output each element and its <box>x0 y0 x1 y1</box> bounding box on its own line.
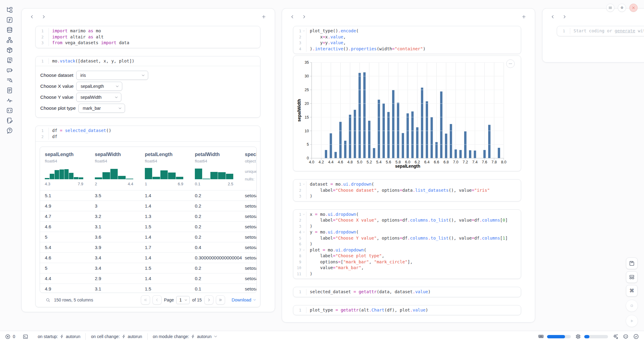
range-min: 1 <box>145 182 147 187</box>
table-column-species[interactable]: speciesobjectuniquenulls: <box>245 151 257 187</box>
generate-with-ai-link[interactable]: generate <box>615 28 635 33</box>
connection-status-button[interactable] <box>633 333 639 340</box>
move-column-left-button[interactable] <box>289 13 296 20</box>
table-column-sepalLength[interactable]: sepalLengthfloat644.37.9 <box>45 151 95 187</box>
sidebar-item-snippets[interactable] <box>5 106 14 114</box>
chevrons-left-icon <box>143 298 148 302</box>
code-text: mo.vstack([dataset, x, y, plot]) <box>48 58 134 64</box>
table-row[interactable]: 4.931.40.2setosa <box>40 201 257 211</box>
autorun-setting-0[interactable]: on startup:autorun <box>33 334 86 339</box>
sidebar-item-logs[interactable] <box>5 56 14 64</box>
choose-dataset-select[interactable]: iris <box>76 71 148 80</box>
download-button[interactable]: Download <box>232 297 257 302</box>
terminal-button[interactable] <box>23 334 28 340</box>
dataframe-cell[interactable]: 1df = selected_dataset()2dfsepalLengthfl… <box>35 126 260 307</box>
dataset-dropdown-cell[interactable]: 1dataset = mo.ui.dropdown(2 label="Choos… <box>293 179 521 201</box>
table-row[interactable]: 53.41.50.2setosa <box>40 263 257 273</box>
table-column-petalWidth[interactable]: petalWidthfloat640.12.5 <box>195 151 245 187</box>
code-editor[interactable]: 1x = mo.ui.dropdown(2 label="Choose X va… <box>293 210 521 279</box>
plot-type-cell[interactable]: 1plot_type = getattr(alt.Chart(df), plot… <box>293 305 521 315</box>
chart-menu-button[interactable] <box>506 59 515 68</box>
sidebar-item-documentation[interactable] <box>5 86 14 94</box>
page-select[interactable]: 1 <box>176 296 190 304</box>
sidebar-item-data-sources[interactable] <box>5 26 14 34</box>
keyboard-shortcuts-button[interactable]: ⌘ <box>626 285 638 297</box>
sidebar-item-variables[interactable] <box>5 16 14 24</box>
prev-page-button[interactable] <box>152 295 162 305</box>
sidebar-item-tracing[interactable] <box>5 96 14 104</box>
fold-line-button[interactable] <box>301 181 306 187</box>
code-editor[interactable]: 1dataset = mo.ui.dropdown(2 label="Choos… <box>293 180 521 201</box>
table-row[interactable]: 4.63.11.50.2setosa <box>40 221 257 232</box>
ai-assist-button[interactable] <box>612 333 618 340</box>
code-editor[interactable]: 1import marimo as mo2import altair as al… <box>36 26 260 48</box>
app-layout-button[interactable] <box>626 271 638 283</box>
sepal-bar-chart[interactable]: 4.04.24.44.64.85.05.25.45.65.86.06.26.46… <box>293 56 521 171</box>
row-count-summary: 150 rows, 5 columns <box>54 297 93 302</box>
move-column-right-button[interactable] <box>561 13 568 20</box>
table-cell: 0.2 <box>195 193 245 198</box>
table-row[interactable]: 5.13.51.40.2setosa <box>40 190 257 201</box>
last-page-button[interactable] <box>216 295 225 305</box>
sidebar-item-outline[interactable] <box>5 76 14 84</box>
choose-plot-type-select[interactable]: mark_bar <box>78 104 125 113</box>
vstack-ui-cell[interactable]: 1mo.vstack([dataset, x, y, plot])Choose … <box>35 56 260 118</box>
fold-line-button[interactable] <box>301 229 306 235</box>
chevron-down-icon <box>302 231 305 233</box>
stop-kernel-button[interactable] <box>626 300 638 312</box>
table-row[interactable]: 4.63.41.40.30000000000000004setosa <box>40 252 257 263</box>
fold-line-button[interactable] <box>301 212 306 218</box>
sidebar-item-dependencies[interactable] <box>5 36 14 44</box>
choose-y-value-select[interactable]: sepalWidth <box>76 93 121 102</box>
new-cell-editor[interactable]: 1 Start coding or generate with <box>557 26 644 36</box>
plot-code-cell[interactable]: 1plot_type().encode(2 x=x.value,3 y=y.va… <box>293 26 521 54</box>
add-column-button[interactable] <box>260 13 267 20</box>
copilot-button[interactable] <box>623 333 629 340</box>
add-column-button[interactable] <box>520 13 528 20</box>
table-row[interactable]: 53.61.40.2setosa <box>40 232 257 242</box>
first-page-button[interactable] <box>141 295 150 305</box>
table-row[interactable]: 4.42.91.40.2setosa <box>40 273 257 283</box>
import-cell[interactable]: 1import marimo as mo2import altair as al… <box>35 26 260 48</box>
sidebar-item-packages[interactable] <box>5 46 14 54</box>
table-row[interactable]: 4.73.21.30.2setosa <box>40 211 257 221</box>
table-cell: setosa <box>245 234 257 240</box>
xy-plot-dropdowns-cell[interactable]: 1x = mo.ui.dropdown(2 label="Choose X va… <box>293 209 521 279</box>
run-all-cells-button[interactable] <box>626 315 638 327</box>
shutdown-button[interactable] <box>629 4 638 12</box>
chevron-down-icon <box>115 84 119 88</box>
table-row[interactable]: 4.93.11.50.1setosa <box>40 283 257 293</box>
table-cell: 3.1 <box>95 286 145 291</box>
move-column-left-button[interactable] <box>28 13 36 20</box>
choose-x-value-select[interactable]: sepalLength <box>76 82 122 91</box>
errors-button[interactable]: 0 <box>5 334 15 340</box>
move-column-right-button[interactable] <box>300 13 308 20</box>
autorun-setting-1[interactable]: on cell change:autorun <box>86 334 147 339</box>
column-histogram <box>145 167 183 179</box>
settings-button[interactable]: ⚙ <box>618 4 626 12</box>
sidebar-item-help[interactable] <box>5 126 14 134</box>
next-page-button[interactable] <box>204 295 213 305</box>
svg-text:7.2: 7.2 <box>463 160 468 164</box>
code-editor[interactable]: 1selected_dataset = getattr(data, datase… <box>293 287 521 297</box>
selected-dataset-cell[interactable]: 1selected_dataset = getattr(data, datase… <box>293 287 521 297</box>
table-column-sepalWidth[interactable]: sepalWidthfloat6424.4 <box>95 151 145 187</box>
sidebar-item-file-explorer[interactable] <box>5 6 14 14</box>
notebook-menu-button[interactable] <box>606 4 614 12</box>
fold-line-button[interactable] <box>301 28 306 34</box>
code-editor[interactable]: 1df = selected_dataset()2df <box>36 126 260 141</box>
fold-line-button[interactable] <box>301 247 306 253</box>
move-column-right-button[interactable] <box>40 13 47 20</box>
code-line: 2 x=x.value, <box>293 34 521 40</box>
code-editor[interactable]: 1plot_type = getattr(alt.Chart(df), plot… <box>293 305 521 315</box>
dataframe-table[interactable]: sepalLengthfloat644.37.9sepalWidthfloat6… <box>40 147 257 293</box>
code-editor[interactable]: 1plot_type().encode(2 x=x.value,3 y=y.va… <box>293 26 521 54</box>
table-column-petalLength[interactable]: petalLengthfloat6416.9 <box>145 151 195 187</box>
autorun-setting-2[interactable]: on module change:autorun <box>148 334 223 339</box>
sidebar-item-ai-chat[interactable] <box>5 66 14 74</box>
table-row[interactable]: 5.43.91.70.4setosa <box>40 242 257 252</box>
move-column-left-button[interactable] <box>549 13 556 20</box>
code-editor[interactable]: 1mo.vstack([dataset, x, y, plot]) <box>36 56 260 66</box>
save-notebook-button[interactable] <box>626 258 638 269</box>
sidebar-item-scratchpad[interactable] <box>5 116 14 124</box>
